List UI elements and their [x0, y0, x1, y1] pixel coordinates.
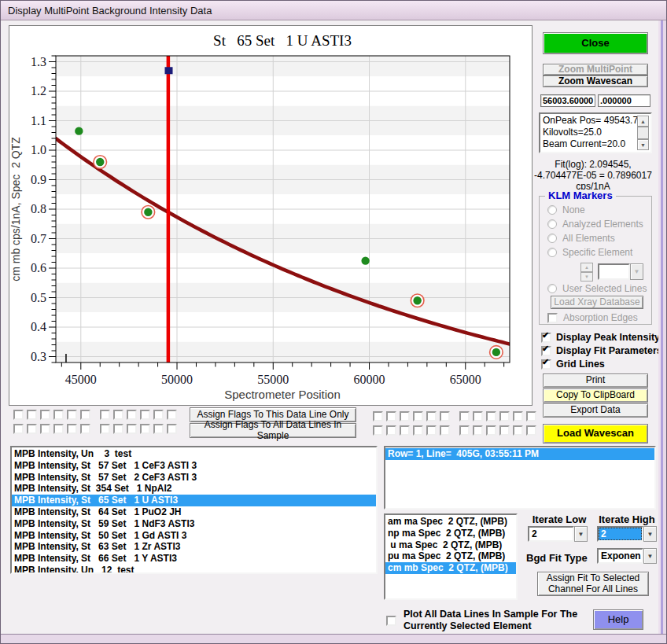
display-fit-parameters-checkbox[interactable]: ✔	[541, 346, 551, 356]
flag-checkbox[interactable]	[13, 424, 24, 434]
flag-checkbox[interactable]	[40, 424, 50, 434]
iterate-high-label: Iterate High	[595, 513, 658, 525]
help-button[interactable]: Help	[593, 609, 643, 630]
copy-to-clipboard-button[interactable]: Copy To ClipBoard	[543, 388, 648, 403]
flag-checkbox[interactable]	[513, 411, 523, 421]
list-item[interactable]: MPB Intensity, St 64 Set 1 PuO2 JH	[12, 506, 376, 518]
list-item[interactable]: u ma Spec 2 QTZ, (MPB)	[385, 539, 516, 551]
flag-checkbox[interactable]	[413, 411, 423, 421]
flag-checkbox[interactable]	[67, 424, 77, 434]
list-item[interactable]: MPB Intensity, Un 12 test	[12, 565, 376, 574]
list-item[interactable]: Row= 1, Line= 405G, 03:55:11 PM	[385, 448, 654, 460]
flag-checkbox[interactable]	[400, 411, 410, 421]
flag-checkbox[interactable]	[499, 411, 510, 421]
intensity-field[interactable]: .000000	[598, 94, 650, 107]
flag-checkbox[interactable]	[459, 425, 470, 436]
scrollbar-thumb[interactable]	[637, 127, 649, 139]
flag-grid-right-row1	[373, 411, 536, 421]
flag-checkbox[interactable]	[426, 425, 437, 436]
list-item[interactable]: MPB Intensity, St 57 Set 1 CeF3 ASTI 3	[12, 460, 376, 472]
row-info-list[interactable]: Row= 1, Line= 405G, 03:55:11 PM	[384, 446, 656, 510]
flag-checkbox[interactable]	[486, 425, 496, 436]
list-item[interactable]: MPB Intensity, St 50 Set 1 Gd ASTI 3	[12, 530, 376, 542]
flag-checkbox[interactable]	[426, 411, 437, 421]
zoom-wavescan-button[interactable]: Zoom Wavescan	[543, 75, 648, 87]
print-button[interactable]: Print	[543, 374, 648, 388]
flag-checkbox[interactable]	[153, 410, 164, 420]
flag-checkbox[interactable]	[167, 410, 177, 420]
flag-checkbox[interactable]	[526, 411, 536, 421]
flag-checkbox[interactable]	[513, 425, 523, 436]
flag-checkbox[interactable]	[53, 410, 64, 420]
flag-checkbox[interactable]	[386, 411, 396, 421]
flag-checkbox[interactable]	[140, 424, 150, 434]
flag-checkbox[interactable]	[373, 411, 383, 421]
flag-checkbox[interactable]	[440, 411, 450, 421]
flag-checkbox[interactable]	[100, 424, 110, 434]
flag-checkbox[interactable]	[400, 425, 410, 436]
flag-checkbox[interactable]	[473, 411, 483, 421]
assign-flags-all-lines-button[interactable]: Assign Flags To All Data Lines In Sample	[190, 423, 356, 438]
klm-markers-title: KLM Markers	[545, 190, 616, 201]
list-item[interactable]: MPB Intensity, St 354 Set 1 NpAl2	[12, 483, 376, 495]
assign-fit-button[interactable]: Assign Fit To Selected Channel For All L…	[537, 572, 649, 596]
flag-checkbox[interactable]	[127, 410, 137, 420]
flag-checkbox[interactable]	[27, 424, 37, 434]
flag-checkbox[interactable]	[473, 425, 483, 436]
flag-checkbox[interactable]	[113, 410, 123, 420]
flag-checkbox[interactable]	[80, 410, 90, 420]
flag-checkbox[interactable]	[53, 424, 64, 434]
export-data-button[interactable]: Export Data	[543, 403, 648, 418]
list-item[interactable]: np ma Spec 2 QTZ, (MPB)	[385, 528, 516, 539]
list-item[interactable]: MPB Intensity, St 63 Set 1 Zr ASTI3	[12, 541, 376, 553]
bgd-fit-type-combo[interactable]: Exponen ▼	[597, 548, 657, 564]
flag-checkbox[interactable]	[27, 410, 37, 420]
list-item[interactable]: am ma Spec 2 QTZ, (MPB)	[385, 516, 516, 528]
flag-checkbox[interactable]	[100, 410, 110, 420]
position-field[interactable]: 56003.60000	[540, 94, 595, 107]
chevron-down-icon[interactable]: ▼	[643, 548, 657, 564]
flag-checkbox[interactable]	[140, 410, 150, 420]
chevron-down-icon[interactable]: ▼	[574, 526, 588, 542]
flag-checkbox[interactable]	[13, 410, 24, 420]
info-scrollbar[interactable]: ▲ ▼	[637, 116, 649, 150]
flag-checkbox[interactable]	[80, 424, 90, 434]
list-item[interactable]: MPB Intensity, Un 3 test	[12, 448, 376, 460]
list-item[interactable]: pu ma Spec 2 QTZ, (MPB)	[385, 550, 516, 562]
list-item[interactable]: MPB Intensity, St 66 Set 1 Y ASTI3	[12, 553, 376, 565]
grid-lines-checkbox[interactable]: ✔	[541, 359, 551, 370]
close-button[interactable]: Close	[543, 32, 648, 54]
plot-all-lines-checkbox[interactable]	[386, 616, 396, 626]
channels-list[interactable]: am ma Spec 2 QTZ, (MPB)np ma Spec 2 QTZ,…	[384, 513, 518, 600]
display-peak-intensity-checkbox[interactable]: ✔	[541, 333, 551, 343]
flag-checkbox[interactable]	[127, 424, 137, 434]
iterate-low-combo[interactable]: 2 ▼	[528, 526, 588, 542]
list-item[interactable]: MPB Intensity, St 65 Set 1 U ASTI3	[12, 495, 376, 506]
scroll-up-icon[interactable]: ▲	[637, 116, 649, 127]
flag-checkbox[interactable]	[113, 424, 123, 434]
flag-checkbox[interactable]	[153, 424, 164, 434]
flag-checkbox[interactable]	[386, 425, 396, 436]
svg-text:1.0: 1.0	[31, 143, 46, 156]
flag-checkbox[interactable]	[40, 410, 50, 420]
iterate-high-combo[interactable]: 2 ▼	[597, 526, 657, 542]
data-lines-list[interactable]: MPB Intensity, Un 3 testMPB Intensity, S…	[10, 446, 378, 574]
flag-checkbox[interactable]	[67, 410, 77, 420]
flag-checkbox[interactable]	[499, 425, 510, 436]
chevron-down-icon[interactable]: ▼	[643, 526, 657, 542]
list-item[interactable]: cm mb Spec 2 QTZ, (MPB)	[385, 562, 516, 574]
list-item[interactable]: MPB Intensity, St 57 Set 2 CeF3 ASTI 3	[12, 472, 376, 484]
flag-checkbox[interactable]	[413, 425, 423, 436]
flag-checkbox[interactable]	[526, 425, 536, 436]
flag-checkbox[interactable]	[167, 424, 177, 434]
scroll-down-icon[interactable]: ▼	[637, 139, 649, 150]
display-fit-parameters-row: ✔ Display Fit Parameters	[541, 345, 662, 356]
flag-checkbox[interactable]	[459, 411, 470, 421]
list-item[interactable]: MPB Intensity, St 59 Set 1 NdF3 ASTI3	[12, 518, 376, 530]
title-bar[interactable]: Display MultiPoint Background Intensity …	[1, 1, 666, 20]
flag-checkbox[interactable]	[486, 411, 496, 421]
flag-checkbox[interactable]	[440, 425, 450, 436]
load-wavescan-button[interactable]: Load Wavescan	[543, 424, 648, 443]
flag-checkbox[interactable]	[373, 425, 383, 436]
chart-plot[interactable]: 45000500005500060000650000.30.40.50.60.7…	[9, 26, 532, 405]
